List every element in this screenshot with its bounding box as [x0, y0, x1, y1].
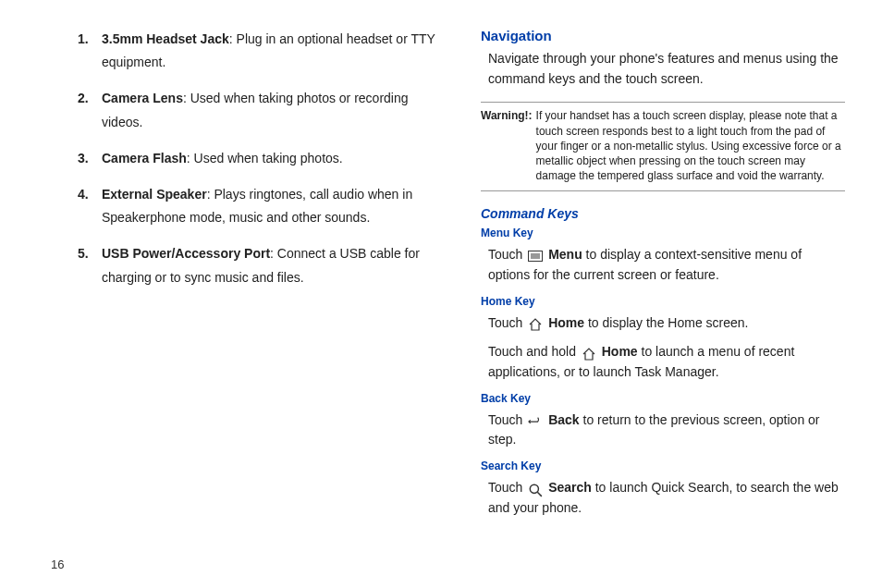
home-icon [582, 348, 596, 359]
menu-key-heading: Menu Key [481, 227, 845, 239]
page-number: 16 [51, 557, 64, 571]
term: Camera Flash [102, 151, 187, 165]
menu-icon [528, 251, 543, 262]
warning-box: Warning!: If your handset has a touch sc… [481, 102, 845, 191]
text: Touch [488, 412, 526, 427]
page-content: 3.5mm Headset Jack: Plug in an optional … [0, 0, 882, 537]
menu-key-para: Touch Menu to display a context-sensitiv… [488, 245, 845, 285]
search-label: Search [548, 480, 592, 495]
right-column: Navigation Navigate through your phone's… [481, 28, 845, 528]
back-key-para: Touch Back to return to the previous scr… [488, 410, 845, 450]
navigation-intro: Navigate through your phone's features a… [488, 49, 845, 89]
search-key-heading: Search Key [481, 459, 845, 472]
home-label: Home [548, 315, 584, 330]
list-item: 3.5mm Headset Jack: Plug in an optional … [83, 28, 444, 74]
back-icon [528, 415, 543, 426]
term: USB Power/Accessory Port [102, 246, 270, 261]
list-item: USB Power/Accessory Port: Connect a USB … [83, 242, 444, 288]
text: Touch [488, 315, 526, 330]
list-item: External Speaker: Plays ringtones, call … [83, 183, 444, 229]
command-keys-heading: Command Keys [481, 206, 845, 221]
text: Touch [488, 247, 526, 262]
term: 3.5mm Headset Jack [102, 31, 229, 46]
search-icon [528, 483, 543, 494]
left-column: 3.5mm Headset Jack: Plug in an optional … [83, 28, 444, 528]
home-icon [528, 318, 543, 329]
svg-point-4 [531, 485, 539, 494]
home-key-para2: Touch and hold Home to launch a menu of … [488, 342, 845, 382]
desc: : Used when taking photos. [187, 151, 343, 165]
list-item: Camera Flash: Used when taking photos. [83, 147, 444, 170]
term: External Speaker [102, 187, 207, 202]
term: Camera Lens [102, 91, 183, 105]
menu-label: Menu [548, 247, 582, 262]
navigation-heading: Navigation [481, 28, 845, 43]
home-key-para1: Touch Home to display the Home screen. [488, 313, 845, 334]
warning-label: Warning!: [481, 108, 536, 183]
home-key-heading: Home Key [481, 295, 845, 308]
text: to display the Home screen. [584, 315, 748, 330]
home-label: Home [602, 344, 638, 359]
text: Touch and hold [488, 344, 580, 359]
text: Touch [488, 480, 526, 495]
svg-line-5 [538, 493, 543, 497]
search-key-para: Touch Search to launch Quick Search, to … [488, 478, 845, 518]
list-item: Camera Lens: Used when taking photos or … [83, 87, 444, 133]
back-label: Back [548, 412, 579, 427]
back-key-heading: Back Key [481, 392, 845, 405]
warning-text: If your handset has a touch screen displ… [536, 108, 845, 183]
feature-list: 3.5mm Headset Jack: Plug in an optional … [83, 28, 444, 289]
